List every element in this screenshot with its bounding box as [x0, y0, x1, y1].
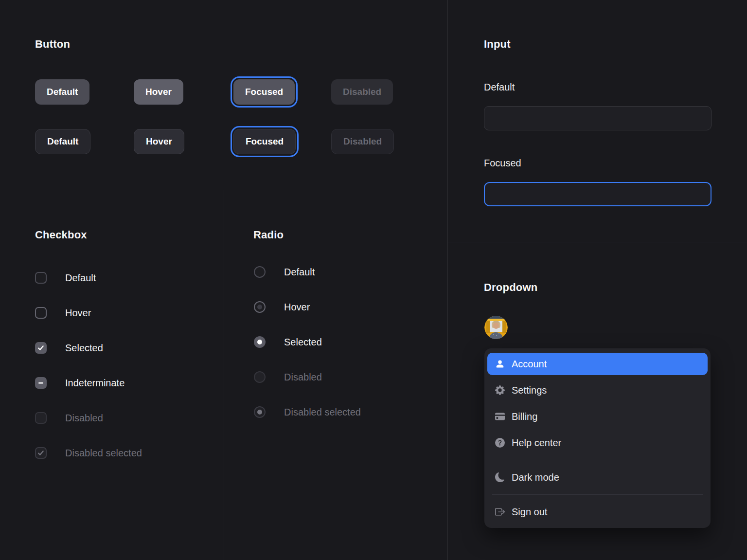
checkbox-row-default: Default: [35, 272, 96, 284]
radio-label: Disabled selected: [284, 407, 361, 418]
menu-item-label: Account: [512, 359, 547, 370]
checkbox-section-title: Checkbox: [35, 229, 87, 241]
gear-icon: [495, 385, 505, 395]
radio-label: Default: [284, 267, 315, 278]
radio-label: Selected: [284, 337, 322, 348]
checkbox-label: Hover: [65, 307, 91, 319]
menu-item-dark-mode[interactable]: Dark mode: [487, 464, 708, 490]
help-circle-icon: [495, 438, 505, 448]
checkbox-row-selected: Selected: [35, 342, 103, 354]
radio-row-selected: Selected: [254, 336, 322, 348]
sign-out-icon: [495, 507, 505, 517]
checkbox-row-hover: Hover: [35, 307, 91, 319]
user-icon: [495, 359, 505, 369]
radio-default[interactable]: [254, 266, 266, 278]
radio-section-title: Radio: [253, 229, 284, 241]
button-primary-hover[interactable]: Hover: [134, 79, 183, 105]
vertical-divider-left: [224, 190, 224, 560]
vertical-divider-main: [447, 0, 448, 560]
button-section-title: Button: [35, 38, 70, 51]
radio-label: Hover: [284, 302, 310, 313]
dropdown-section-title: Dropdown: [484, 281, 537, 294]
moon-icon: [495, 472, 505, 482]
horizontal-divider-right: [448, 242, 747, 242]
button-secondary-focused[interactable]: Focused: [233, 129, 296, 154]
input-section-title: Input: [484, 38, 511, 51]
radio-row-hover: Hover: [254, 301, 310, 313]
checkbox-selected[interactable]: [35, 342, 47, 354]
checkbox-row-disabled: Disabled: [35, 412, 103, 424]
checkbox-row-disabled-selected: Disabled selected: [35, 447, 142, 459]
checkbox-hover[interactable]: [35, 307, 47, 319]
dropdown-menu: Account Settings Billing Help center: [484, 348, 711, 528]
button-primary-disabled: Disabled: [331, 79, 393, 105]
menu-item-billing[interactable]: Billing: [487, 403, 708, 430]
checkbox-label: Indeterminate: [65, 378, 124, 389]
radio-disabled-selected: [254, 406, 266, 418]
button-secondary-hover[interactable]: Hover: [134, 129, 184, 154]
checkbox-indeterminate[interactable]: [35, 377, 47, 389]
menu-item-help-center[interactable]: Help center: [487, 430, 708, 456]
radio-disabled: [254, 371, 266, 383]
radio-label: Disabled: [284, 372, 322, 383]
radio-selected[interactable]: [254, 336, 266, 348]
checkbox-disabled-selected: [35, 447, 47, 459]
menu-item-settings[interactable]: Settings: [487, 377, 708, 403]
button-secondary-default[interactable]: Default: [35, 129, 90, 154]
button-primary-default[interactable]: Default: [35, 79, 89, 105]
radio-row-disabled-selected: Disabled selected: [254, 406, 361, 418]
radio-row-disabled: Disabled: [254, 371, 322, 383]
menu-divider: [492, 494, 703, 495]
menu-item-label: Settings: [512, 385, 547, 396]
input-focused-label: Focused: [484, 158, 521, 169]
checkbox-label: Selected: [65, 343, 103, 354]
checkbox-label: Default: [65, 272, 96, 284]
menu-divider: [492, 460, 703, 460]
avatar[interactable]: [484, 316, 508, 339]
button-primary-focused[interactable]: Focused: [233, 79, 295, 105]
checkbox-default[interactable]: [35, 272, 47, 284]
credit-card-icon: [495, 412, 505, 421]
input-default-label: Default: [484, 82, 515, 93]
component-library-page: Button Default Hover Focused Disabled De…: [0, 0, 747, 560]
avatar-photo: [484, 316, 508, 339]
radio-row-default: Default: [254, 266, 315, 278]
checkbox-row-indeterminate: Indeterminate: [35, 377, 124, 389]
input-default[interactable]: [484, 106, 711, 130]
indeterminate-dash-icon: [37, 379, 45, 387]
check-icon: [37, 344, 45, 352]
menu-item-label: Billing: [512, 411, 537, 422]
input-focused[interactable]: [484, 182, 711, 206]
menu-item-label: Help center: [512, 437, 561, 449]
menu-item-sign-out[interactable]: Sign out: [487, 499, 708, 525]
menu-item-label: Dark mode: [512, 472, 559, 483]
menu-item-account[interactable]: Account: [487, 353, 708, 375]
checkbox-disabled: [35, 412, 47, 424]
radio-hover[interactable]: [254, 301, 266, 313]
checkbox-label: Disabled: [65, 413, 103, 424]
checkbox-label: Disabled selected: [65, 448, 142, 459]
button-secondary-disabled: Disabled: [331, 129, 394, 154]
check-icon: [37, 449, 45, 457]
menu-item-label: Sign out: [512, 506, 547, 518]
